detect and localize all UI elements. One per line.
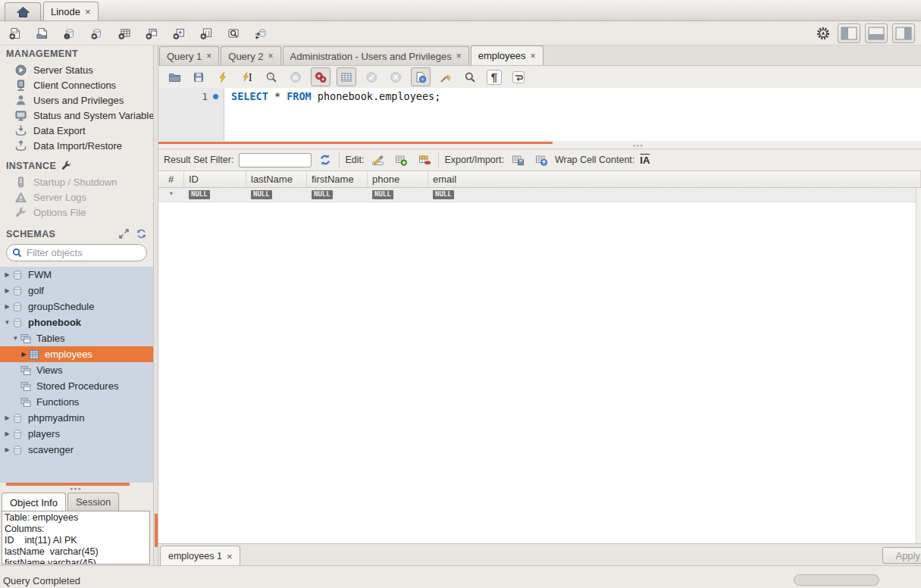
- tree-item-functions[interactable]: Functions: [0, 394, 153, 410]
- tree-item-groupschedule[interactable]: ▶groupSchedule: [0, 299, 153, 314]
- vertical-splitter[interactable]: [153, 45, 158, 565]
- create-table-icon[interactable]: [114, 23, 134, 44]
- stop-on-error-toggle-icon[interactable]: [311, 67, 330, 86]
- open-sql-script-icon[interactable]: [32, 23, 52, 44]
- tree-item-players[interactable]: ▶players: [0, 426, 153, 442]
- table-cell[interactable]: NULL: [184, 188, 246, 202]
- chevron-right-icon[interactable]: ▶: [3, 287, 11, 294]
- grid-vertical-scrollbar[interactable]: [916, 188, 921, 543]
- save-script-icon[interactable]: [190, 68, 208, 86]
- edit-record-icon[interactable]: [369, 152, 386, 167]
- tree-item-scavenger[interactable]: ▶scavenger: [0, 442, 153, 458]
- connection-tab[interactable]: Linode ×: [43, 2, 99, 20]
- chevron-right-icon[interactable]: ▶: [3, 446, 11, 453]
- tree-item-phonebook[interactable]: ▼phonebook: [0, 314, 153, 330]
- close-icon[interactable]: ×: [531, 52, 536, 61]
- tree-item-tables[interactable]: ▼Tables: [0, 330, 153, 346]
- new-sql-tab-icon[interactable]: SQL: [5, 23, 25, 44]
- export-recordset-icon[interactable]: [509, 152, 526, 167]
- settings-gear-icon[interactable]: [813, 23, 833, 44]
- sql-code-line[interactable]: SELECT * FROM phonebook.employees;: [231, 90, 440, 102]
- limit-rows-icon[interactable]: [337, 67, 356, 86]
- delete-row-icon[interactable]: [416, 152, 433, 167]
- sidebar-item-server-status[interactable]: Server Status: [0, 62, 153, 77]
- close-icon[interactable]: ×: [456, 52, 462, 61]
- refresh-schemas-icon[interactable]: [136, 228, 147, 239]
- toggle-bottom-panel-icon[interactable]: [865, 23, 888, 43]
- result-set-tab[interactable]: employees 1 ×: [160, 546, 240, 565]
- tab-session[interactable]: Session: [67, 493, 119, 511]
- column-header-lastname[interactable]: lastName: [246, 171, 307, 187]
- column-header-firstname[interactable]: firstName: [307, 171, 368, 187]
- close-icon[interactable]: ×: [85, 7, 91, 17]
- toggle-left-sidebar-icon[interactable]: [838, 23, 860, 43]
- create-schema-icon[interactable]: [86, 23, 107, 44]
- autocommit-toggle-icon[interactable]: [411, 67, 431, 86]
- sidebar-item-data-export[interactable]: Data Export: [0, 123, 153, 138]
- tab-query-1[interactable]: Query 1×: [159, 46, 219, 65]
- sidebar-item-data-import-restore[interactable]: Data Import/Restore: [0, 138, 153, 153]
- create-procedure-icon[interactable]: [168, 23, 189, 44]
- table-row[interactable]: *NULLNULLNULLNULLNULL: [158, 188, 921, 202]
- commit-icon[interactable]: [362, 68, 381, 86]
- column-header-phone[interactable]: phone: [368, 171, 428, 187]
- refresh-results-icon[interactable]: [317, 152, 334, 167]
- sidebar-item-startup-shutdown[interactable]: Startup / Shutdown: [0, 174, 153, 189]
- sidebar-item-server-logs[interactable]: Server Logs: [0, 189, 153, 205]
- execute-statement-icon[interactable]: [238, 68, 256, 86]
- result-filter-input[interactable]: [239, 153, 312, 167]
- sidebar-item-users-and-privileges[interactable]: Users and Privileges: [0, 92, 153, 108]
- sidebar-splitter-grip[interactable]: ●●●: [70, 486, 82, 491]
- tab-administration-users-and-privileges[interactable]: Administration - Users and Privileges×: [283, 46, 469, 65]
- execute-sql-icon[interactable]: [214, 68, 232, 86]
- chevron-right-icon[interactable]: ▶: [3, 414, 11, 421]
- tab-employees[interactable]: employees×: [471, 45, 544, 65]
- close-icon[interactable]: ×: [227, 552, 233, 561]
- search-table-data-icon[interactable]: [223, 23, 243, 44]
- show-invisibles-icon[interactable]: ¶: [485, 68, 503, 86]
- tree-item-employees[interactable]: ▶employees: [0, 346, 153, 362]
- table-cell[interactable]: NULL: [307, 188, 368, 202]
- tree-item-stored-procedures[interactable]: Stored Procedures: [0, 378, 153, 394]
- chevron-right-icon[interactable]: ▶: [3, 430, 11, 437]
- tree-item-phpmyadmin[interactable]: ▶phpmyadmin: [0, 410, 153, 426]
- sidebar-item-options-file[interactable]: Options File: [0, 205, 153, 220]
- import-records-icon[interactable]: [533, 152, 550, 167]
- editor-result-splitter[interactable]: ●●●: [158, 141, 921, 149]
- chevron-right-icon[interactable]: ▶: [3, 303, 11, 310]
- create-view-icon[interactable]: [141, 23, 161, 44]
- stop-query-icon[interactable]: [287, 68, 305, 86]
- open-script-icon[interactable]: [165, 68, 183, 86]
- add-row-icon[interactable]: [393, 152, 409, 167]
- tab-object-info[interactable]: Object Info: [2, 493, 66, 511]
- wrap-cell-content-icon[interactable]: IA: [640, 155, 650, 166]
- schema-inspector-icon[interactable]: i: [59, 23, 80, 44]
- chevron-down-icon[interactable]: ▼: [11, 335, 20, 342]
- reconnect-dbms-icon[interactable]: [250, 23, 271, 44]
- tab-query-2[interactable]: Query 2×: [221, 46, 280, 65]
- apply-button[interactable]: Apply: [882, 547, 921, 564]
- home-tab[interactable]: [5, 2, 41, 20]
- chevron-right-icon[interactable]: ▶: [3, 271, 11, 278]
- table-cell[interactable]: NULL: [368, 188, 428, 202]
- rollback-icon[interactable]: [387, 68, 405, 86]
- column-header-id[interactable]: ID: [184, 171, 246, 187]
- sidebar-item-client-connections[interactable]: Client Connections: [0, 77, 153, 92]
- sql-editor[interactable]: 1 SELECT * FROM phonebook.employees;: [158, 88, 921, 141]
- table-cell[interactable]: NULL: [428, 188, 921, 202]
- column-header-[interactable]: #: [158, 171, 184, 187]
- wrap-text-icon[interactable]: [509, 68, 528, 86]
- explain-plan-icon[interactable]: [262, 68, 280, 86]
- column-header-email[interactable]: email: [428, 171, 921, 187]
- tree-item-fwm[interactable]: ▶FWM: [0, 267, 153, 283]
- find-icon[interactable]: [461, 68, 479, 86]
- expand-panel-icon[interactable]: [118, 228, 130, 239]
- beautify-sql-icon[interactable]: [437, 68, 455, 86]
- close-icon[interactable]: ×: [206, 52, 211, 61]
- close-icon[interactable]: ×: [268, 52, 274, 61]
- toggle-right-sidebar-icon[interactable]: [892, 23, 915, 43]
- chevron-down-icon[interactable]: ▼: [3, 319, 11, 326]
- sidebar-splitter-accent[interactable]: [6, 483, 130, 486]
- sidebar-item-status-and-system-variables[interactable]: Status and System Variables: [0, 108, 153, 123]
- horizontal-scrollbar-thumb[interactable]: [794, 574, 879, 586]
